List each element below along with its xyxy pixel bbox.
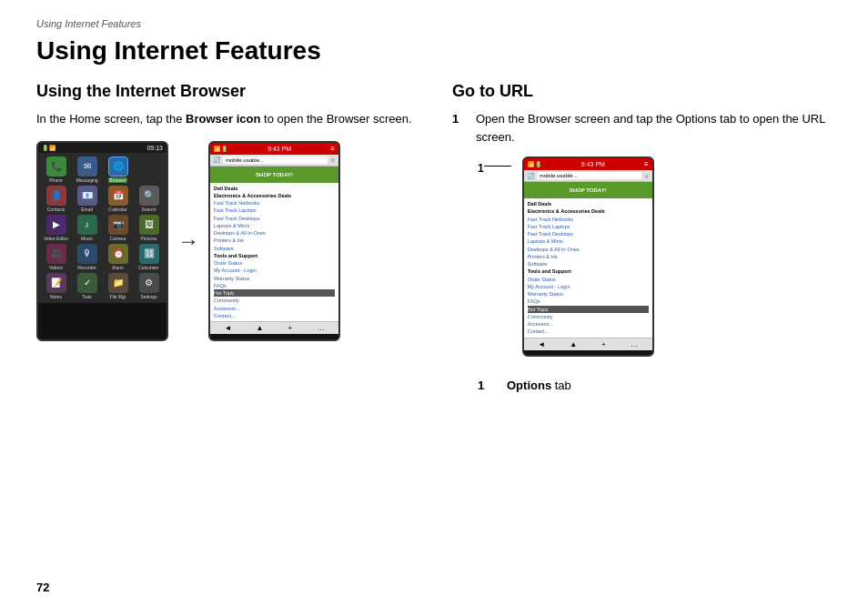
- messaging-label: Messaging: [76, 177, 97, 183]
- app-contacts: 👤 Contacts: [42, 186, 70, 212]
- link-printers-left: Printers & Ink: [214, 237, 335, 244]
- right-section: Go to URL 1 Open the Browser screen and …: [452, 82, 832, 392]
- app-task: ✓ Task: [73, 273, 101, 299]
- file-mgr-icon: 📁: [108, 273, 128, 293]
- app-music: ♪ Music: [73, 215, 101, 241]
- left-body-text-bold: Browser icon: [186, 112, 260, 126]
- home-status-icons: 🔋📶: [42, 145, 56, 151]
- video-editor-icon: ▶: [46, 215, 66, 235]
- left-nav-up: ▲: [257, 324, 264, 332]
- right-browser-url-bar: 🔄 mobile.usable... ☆: [524, 170, 652, 182]
- videos-label: Videos: [49, 265, 63, 270]
- callout-line: [484, 166, 511, 167]
- left-nav-back: ◄: [225, 324, 232, 332]
- left-screens-row: 🔋📶 09:13 📞 Phone ✉ Messaging 🌐: [36, 141, 416, 341]
- right-nav-up: ▲: [570, 340, 577, 348]
- app-calculator: 🔢 Calculator: [135, 244, 163, 270]
- page-number: 72: [36, 581, 49, 594]
- options-label: Options: [507, 379, 551, 392]
- step-text-1: Open the Browser screen and tap the: [476, 112, 676, 126]
- contacts-icon: 👤: [46, 186, 66, 206]
- annotation-block: 1: [478, 157, 511, 175]
- link-hottopic-right: Hot Topic: [528, 306, 649, 313]
- left-nav-add: +: [288, 324, 293, 332]
- right-browser-nav-bar: ◄ ▲ + …: [524, 338, 652, 350]
- step-text-bold: Options: [676, 112, 717, 126]
- right-url-text: mobile.usable...: [537, 172, 641, 179]
- home-time: 09:13: [146, 145, 163, 151]
- bottom-annotation-num: 1: [478, 379, 490, 392]
- email-icon: 📧: [77, 186, 97, 206]
- annotation-1-num: 1: [478, 162, 484, 175]
- app-recorder: 🎙 Recorder: [73, 244, 101, 270]
- link-account-left: My Account - Login: [214, 267, 335, 274]
- phone-label: Phone: [49, 177, 62, 183]
- contacts-label: Contacts: [47, 207, 66, 212]
- step-1-num: 1: [452, 110, 465, 146]
- app-email: 📧 Email: [73, 186, 101, 212]
- right-screens-row: 1 📶🔋 9:43 PM ≡ 🔄 mobile.usable... ☆ SHOP…: [478, 157, 832, 357]
- right-menu-icon: ≡: [644, 160, 649, 168]
- left-body-text: In the Home screen, tap the Browser icon…: [36, 110, 416, 128]
- left-nav-menu: …: [317, 324, 324, 332]
- left-bookmark-icon: ☆: [330, 157, 335, 163]
- link-accessori-left: Accessori...: [214, 305, 335, 312]
- calendar-label: Calendar: [108, 207, 126, 212]
- app-settings: ⚙ Settings: [135, 273, 163, 299]
- app-video-editor: ▶ Video Editor: [42, 215, 70, 241]
- app-pictures: 🖼 Pictures: [135, 215, 163, 241]
- alarm-icon: ⏰: [108, 244, 128, 264]
- link-desktops-left: Fast Track Desktops: [214, 215, 335, 222]
- right-browser-screen: 📶🔋 9:43 PM ≡ 🔄 mobile.usable... ☆ SHOP T…: [522, 157, 654, 357]
- alarm-label: Alarm: [112, 265, 124, 270]
- home-screen: 🔋📶 09:13 📞 Phone ✉ Messaging 🌐: [36, 141, 168, 341]
- pictures-label: Pictures: [140, 236, 156, 241]
- tab-label: tab: [551, 379, 571, 392]
- left-browser-banner: SHOP TODAY!: [210, 167, 338, 183]
- link-software-left: Software: [214, 245, 335, 252]
- link-tools-left: Tools and Support: [214, 252, 335, 259]
- right-arrow: →: [177, 228, 199, 254]
- task-label: Task: [82, 294, 91, 299]
- app-messaging: ✉ Messaging: [73, 157, 101, 183]
- app-browser: 🌐 Browser: [104, 157, 132, 183]
- link-netbooks-right: Fast Track Netbooks: [528, 216, 649, 223]
- settings-label: Settings: [140, 294, 156, 299]
- left-browser-status-icons: 📶🔋: [214, 146, 228, 152]
- recorder-icon: 🎙: [77, 244, 97, 264]
- right-bookmark-icon: ☆: [644, 173, 649, 179]
- left-browser-url-bar: 🔄 mobile.usable... ☆: [210, 155, 338, 167]
- app-videos: 🎥 Videos: [42, 244, 70, 270]
- left-reload-icon: 🔄: [214, 157, 220, 163]
- link-contact-left: Contact...: [214, 312, 335, 319]
- email-label: Email: [81, 207, 93, 212]
- link-community-left: Community: [214, 297, 335, 304]
- videos-icon: 🎥: [46, 244, 66, 264]
- search-label: Search: [142, 207, 156, 212]
- right-reload-icon: 🔄: [528, 173, 534, 179]
- link-warranty-left: Warranty Status: [214, 275, 335, 282]
- right-browser-status-bar: 📶🔋 9:43 PM ≡: [524, 158, 652, 170]
- link-desktops-aio-left: Desktops & All-In-Ones: [214, 229, 335, 237]
- left-browser-nav-bar: ◄ ▲ + …: [210, 321, 338, 334]
- link-order-left: Order Status: [214, 259, 335, 267]
- link-faqs-left: FAQs: [214, 282, 335, 289]
- link-laptops-left: Fast Track Laptops: [214, 207, 335, 214]
- link-software-right: Software: [528, 260, 649, 268]
- link-dell-deals-right: Dell Deals: [528, 200, 649, 207]
- app-notes: 📝 Notes: [42, 273, 70, 299]
- link-laptops-right: Fast Track Laptops: [528, 223, 649, 230]
- top-chapter-label: Using Internet Features: [36, 18, 832, 29]
- calendar-icon: 📅: [108, 186, 128, 206]
- link-dell-deals-left: Dell Deals: [214, 185, 335, 192]
- settings-icon: ⚙: [139, 273, 159, 293]
- notes-icon: 📝: [46, 273, 66, 293]
- app-phone: 📞 Phone: [42, 157, 70, 183]
- left-menu-icon: ≡: [330, 145, 335, 153]
- link-tools-right: Tools and Support: [528, 268, 649, 275]
- music-icon: ♪: [77, 215, 97, 235]
- left-browser-screen: 📶🔋 9:43 PM ≡ 🔄 mobile.usable... ☆ SHOP T…: [208, 141, 340, 341]
- browser-icon: 🌐: [108, 157, 128, 177]
- link-desktops-aio-right: Desktops & All-In-Ones: [528, 246, 649, 253]
- link-warranty-right: Warranty Status: [528, 290, 649, 298]
